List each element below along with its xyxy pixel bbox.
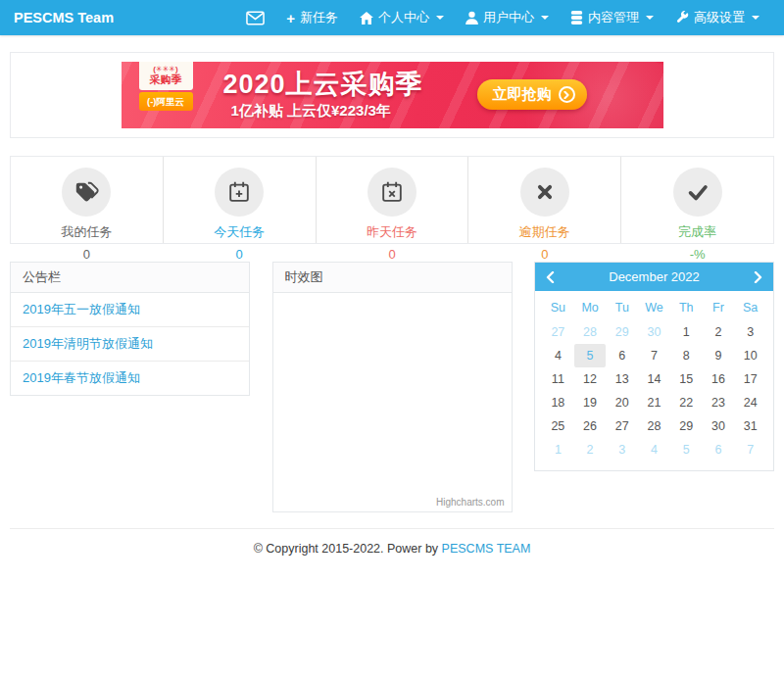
calendar-day[interactable]: 18: [542, 391, 574, 414]
calendar-plus-icon: [215, 168, 264, 217]
badge-mark: (✳✳✳): [141, 65, 191, 73]
stat-completion-rate: 完成率 -%: [620, 157, 773, 243]
calendar-day[interactable]: 7: [638, 344, 670, 367]
brand-logo[interactable]: PESCMS Team: [14, 10, 114, 25]
calendar-day[interactable]: 26: [574, 414, 607, 438]
aliyun-logo: (-)阿里云: [139, 92, 193, 111]
calendar-day[interactable]: 12: [574, 367, 607, 391]
x-icon: [520, 168, 569, 217]
stat-value: -%: [621, 247, 773, 262]
stat-label: 昨天任务: [317, 223, 468, 241]
calendar-dayname: Th: [670, 296, 703, 320]
content-management-menu[interactable]: 内容管理: [560, 0, 664, 35]
calendar-day[interactable]: 29: [670, 414, 703, 438]
messages-button[interactable]: [235, 0, 275, 35]
calendar-day[interactable]: 21: [638, 391, 670, 414]
stat-yesterday-tasks: 昨天任务 0: [316, 157, 468, 243]
banner-cta-button[interactable]: 立即抢购: [477, 79, 587, 110]
pescms-team-link[interactable]: PESCMS TEAM: [442, 542, 531, 556]
stat-value: 0: [468, 247, 620, 262]
calendar-day[interactable]: 1: [670, 320, 703, 344]
advanced-settings-menu[interactable]: 高级设置: [664, 0, 770, 35]
stat-label: 逾期任务: [468, 223, 620, 241]
calendar-day[interactable]: 11: [542, 367, 574, 391]
calendar-day[interactable]: 6: [703, 438, 735, 461]
plus-icon: +: [286, 11, 295, 25]
aliyun-banner-ad[interactable]: (✳✳✳) 采购季 (-)阿里云 2020上云采购季 1亿补贴 上云仅¥223/…: [122, 62, 663, 128]
stat-today-tasks: 今天任务 0: [163, 157, 316, 243]
navbar-menu: + 新任务 个人中心 用户中心: [235, 0, 770, 35]
calendar-day[interactable]: 2: [574, 438, 607, 461]
calendar-day[interactable]: 24: [734, 391, 766, 414]
calendar-day[interactable]: 23: [703, 391, 735, 414]
calendar-day[interactable]: 3: [734, 320, 766, 344]
new-task-button[interactable]: + 新任务: [275, 0, 349, 35]
calendar-day[interactable]: 27: [606, 414, 638, 438]
calendar-day[interactable]: 4: [638, 438, 670, 461]
calendar-dayname: Su: [542, 296, 574, 320]
calendar-day[interactable]: 16: [703, 367, 735, 391]
calendar-day[interactable]: 27: [542, 320, 574, 344]
calendar-day[interactable]: 30: [638, 320, 670, 344]
stat-label: 我的任务: [11, 223, 163, 241]
stat-label: 完成率: [621, 223, 773, 241]
announcement-link[interactable]: 2019年五一放假通知: [11, 293, 249, 327]
stat-overdue-tasks: 逾期任务 0: [467, 157, 620, 243]
calendar-dayname: Fr: [703, 296, 735, 320]
calendar-day[interactable]: 22: [670, 391, 703, 414]
user-icon: [466, 11, 478, 24]
wrench-icon: [675, 11, 689, 24]
announcement-panel-title: 公告栏: [11, 263, 249, 293]
calendar-day[interactable]: 29: [606, 320, 638, 344]
tags-icon: [62, 168, 111, 217]
calendar-day[interactable]: 8: [670, 344, 703, 367]
home-icon: [360, 12, 373, 24]
envelope-icon: [246, 11, 265, 25]
calendar-day[interactable]: 14: [638, 367, 670, 391]
calendar-grid: SuMoTuWeThFrSa27282930123456789101112131…: [535, 291, 773, 470]
calendar-day[interactable]: 7: [734, 438, 766, 461]
aliyun-badge: (✳✳✳) 采购季 (-)阿里云: [139, 62, 193, 111]
calendar-day[interactable]: 5: [670, 438, 703, 461]
stat-value: 0: [11, 247, 163, 262]
stat-my-tasks: 我的任务 0: [11, 157, 163, 243]
calendar-day[interactable]: 19: [574, 391, 607, 414]
calendar-day[interactable]: 13: [606, 367, 638, 391]
calendar-day[interactable]: 30: [703, 414, 735, 438]
chart-panel-title: 时效图: [273, 263, 512, 293]
chevron-down-icon: [541, 16, 549, 20]
calendar-prev-button[interactable]: [544, 269, 557, 285]
user-center-menu[interactable]: 用户中心: [455, 0, 560, 35]
calendar-day[interactable]: 3: [606, 438, 638, 461]
banner-title: 2020上云采购季: [223, 67, 423, 102]
calendar-day[interactable]: 20: [606, 391, 638, 414]
calendar-dayname: Mo: [574, 296, 607, 320]
chart-area: Highcharts.com: [273, 293, 512, 511]
footer-copyright: © Copyright 2015-2022. Power by PESCMS T…: [10, 529, 774, 568]
announcement-link[interactable]: 2019年春节放假通知: [11, 362, 249, 395]
calendar-day[interactable]: 25: [542, 414, 574, 438]
calendar-day-selected[interactable]: 5: [574, 344, 607, 367]
calendar-day[interactable]: 17: [734, 367, 766, 391]
personal-center-menu[interactable]: 个人中心: [349, 0, 455, 35]
calendar-day[interactable]: 28: [574, 320, 607, 344]
calendar-day[interactable]: 28: [638, 414, 670, 438]
chevron-down-icon: [436, 16, 444, 20]
calendar-day[interactable]: 31: [734, 414, 766, 438]
calendar-day[interactable]: 2: [703, 320, 735, 344]
announcement-link[interactable]: 2019年清明节放假通知: [11, 327, 249, 362]
timeliness-chart-panel: 时效图 Highcharts.com: [272, 262, 513, 512]
calendar-day[interactable]: 10: [734, 344, 766, 367]
calendar-day[interactable]: 15: [670, 367, 703, 391]
calendar-day[interactable]: 4: [542, 344, 574, 367]
calendar-header: December 2022: [535, 263, 773, 291]
badge-season-label: 采购季: [141, 73, 191, 86]
calendar-day[interactable]: 1: [542, 438, 574, 461]
announcement-panel: 公告栏 2019年五一放假通知 2019年清明节放假通知 2019年春节放假通知: [10, 262, 250, 396]
calendar-next-button[interactable]: [752, 269, 764, 285]
check-icon: [673, 168, 722, 217]
calendar-day[interactable]: 6: [606, 344, 638, 367]
calendar-dayname: Sa: [734, 296, 766, 320]
calendar-day[interactable]: 9: [703, 344, 735, 367]
highcharts-credit-link[interactable]: Highcharts.com: [436, 497, 504, 508]
